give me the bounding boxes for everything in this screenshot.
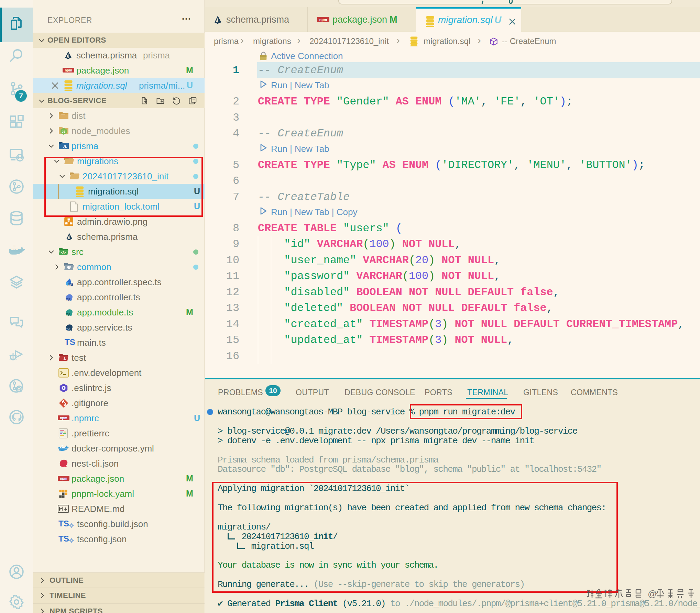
svg-text:JS: JS: [62, 130, 65, 133]
svg-text:npm: npm: [65, 68, 72, 72]
svg-text:TS: TS: [66, 313, 71, 317]
svg-text:npm: npm: [60, 477, 67, 480]
svg-text:</>: </>: [61, 251, 66, 255]
svg-text:TS: TS: [66, 328, 71, 332]
svg-text:npm: npm: [319, 18, 327, 22]
svg-text:TS: TS: [66, 298, 71, 302]
svg-text:npm: npm: [60, 416, 67, 420]
svg-text:TS: TS: [68, 282, 73, 287]
svg-text:@: @: [648, 589, 657, 599]
